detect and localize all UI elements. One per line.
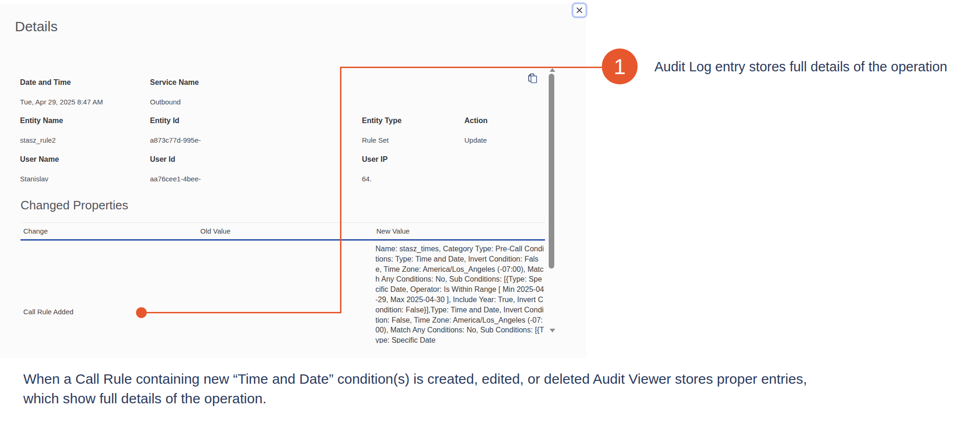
caption: When a Call Rule containing new “Time an… — [23, 369, 807, 408]
caption-line-1: When a Call Rule containing new “Time an… — [23, 369, 807, 389]
field-date-and-time-label: Date and Time — [20, 78, 71, 87]
annotation-text: Audit Log entry stores full details of t… — [654, 59, 947, 75]
field-user-id-label: User Id — [150, 155, 175, 164]
caption-line-2: which show full details of the operation… — [23, 389, 807, 408]
annotation-line-bottom — [141, 312, 341, 313]
table-top-divider — [20, 222, 545, 223]
field-entity-type-label: Entity Type — [362, 117, 402, 125]
audit-details-dialog: Details Date and Time Tue, Apr 29, 2025 … — [0, 4, 586, 358]
annotation-step-number: 1 — [614, 54, 626, 79]
scroll-up-icon[interactable] — [550, 68, 555, 72]
field-user-ip-label: User IP — [362, 155, 388, 164]
field-entity-type-value: Rule Set — [362, 136, 389, 144]
copy-icon[interactable] — [526, 72, 539, 85]
field-entity-name-label: Entity Name — [20, 117, 63, 125]
close-icon — [576, 7, 583, 14]
field-user-id-value: aa76cee1-4bee- — [150, 175, 201, 183]
dialog-title: Details — [15, 19, 58, 35]
column-header-new-value: New Value — [376, 227, 409, 235]
close-button[interactable] — [572, 2, 587, 18]
table-row-change-cell: Call Rule Added — [23, 308, 74, 316]
field-service-name-value: Outbound — [150, 98, 181, 106]
field-user-name-label: User Name — [20, 155, 59, 164]
field-user-ip-value: 64. — [362, 175, 372, 183]
column-header-old-value: Old Value — [200, 227, 231, 235]
field-entity-id-value: a873c77d-995e- — [150, 136, 201, 144]
field-date-and-time-value: Tue, Apr 29, 2025 8:47 AM — [20, 98, 103, 106]
field-entity-name-value: stasz_rule2 — [20, 136, 56, 144]
table-header-underline — [20, 239, 545, 241]
field-action-value: Update — [464, 136, 487, 144]
page: Details Date and Time Tue, Apr 29, 2025 … — [0, 0, 980, 442]
annotation-step-badge: 1 — [602, 48, 638, 84]
table-row-new-value-cell: Name: stasz_times, Category Type: Pre-Ca… — [375, 244, 544, 343]
field-entity-id-label: Entity Id — [150, 117, 179, 125]
scrollbar-thumb[interactable] — [549, 74, 554, 269]
field-user-name-value: Stanislav — [20, 175, 48, 183]
annotation-line-vertical — [340, 67, 341, 313]
scroll-down-icon[interactable] — [550, 329, 555, 332]
field-action-label: Action — [464, 117, 488, 125]
annotation-line-top — [340, 67, 602, 68]
field-service-name-label: Service Name — [150, 78, 199, 87]
changed-properties-title: Changed Properties — [20, 198, 128, 213]
column-header-change: Change — [23, 227, 48, 235]
